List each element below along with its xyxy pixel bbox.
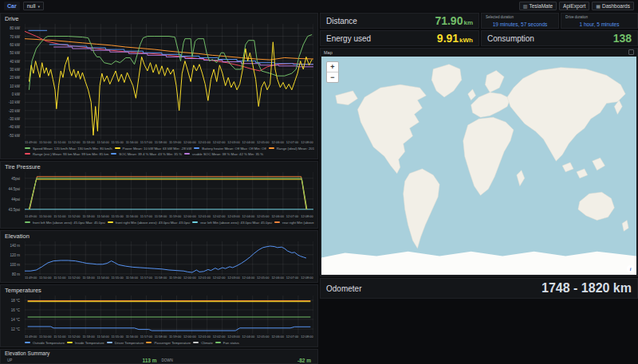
- y-axis-label: 10 kW: [10, 84, 20, 88]
- map-canvas[interactable]: + − i: [321, 57, 636, 275]
- dashboards-icon: ▦: [596, 3, 601, 9]
- drive-panel-title[interactable]: Drive: [1, 14, 317, 23]
- odometer-title[interactable]: Odometer: [326, 284, 361, 293]
- x-axis-label: 11:59:00: [169, 214, 181, 219]
- legend-marker: [192, 221, 198, 223]
- x-axis-label: 11:54:00: [96, 214, 108, 219]
- tire-legend: front left Min (above zero): 45.0psi Max…: [25, 220, 314, 225]
- legend-label[interactable]: Range (est.) Mean: 93 km Max: 99 km Min:…: [33, 152, 108, 156]
- x-axis-label: 12:05:00: [257, 214, 270, 219]
- legend-label[interactable]: SOC Mean: 39.4 % Max: 43 % Min: 35 %: [119, 152, 182, 156]
- legend-label[interactable]: Outside Temperature: [33, 341, 65, 345]
- legend-label[interactable]: front left Min (above zero): 45.0psi Max…: [33, 221, 105, 225]
- x-axis-label: 12:05:00: [257, 335, 270, 339]
- tire-plot[interactable]: [25, 172, 313, 213]
- drive-chart: 80 kW70 kW60 kW50 kW40 kW30 kW20 kW10 kW…: [25, 24, 313, 139]
- world-map: [321, 57, 636, 275]
- elevation-panel-title[interactable]: Elevation: [1, 231, 317, 241]
- car-variable-value: null: [27, 3, 36, 9]
- legend-marker: [146, 342, 152, 343]
- x-axis-label: 12:02:00: [213, 140, 226, 145]
- map-panel: Map: [320, 48, 638, 276]
- drive-legend-row-1: Speed Mean: 120 km/h Max: 130 km/h Min: …: [25, 146, 314, 151]
- x-axis-label: 11:59:00: [169, 276, 181, 280]
- x-axis-label: 11:50:00: [39, 335, 51, 339]
- temperatures-panel-title[interactable]: Temperatures: [1, 285, 317, 295]
- panel-menu-icon[interactable]: [628, 49, 634, 55]
- legend-label[interactable]: Driver Temperature: [115, 341, 144, 345]
- apiexport-link-button[interactable]: ApiExport: [559, 2, 589, 10]
- x-axis-label: 12:06:00: [271, 276, 284, 280]
- temperatures-legend: Outside TemperatureInside TemperatureDri…: [25, 340, 314, 345]
- x-axis-label: 11:54:00: [96, 140, 108, 145]
- legend-label[interactable]: Climate: [201, 341, 213, 345]
- x-axis-label: 11:51:00: [53, 140, 65, 145]
- legend-marker: [193, 342, 199, 343]
- distance-panel: Distance 71.90km: [320, 13, 479, 29]
- y-axis-label: 45psi: [11, 176, 20, 180]
- distance-unit: km: [463, 19, 473, 26]
- x-axis-label: 11:50:00: [39, 214, 51, 219]
- x-axis-label: 12:04:00: [242, 140, 255, 145]
- y-axis-label: 0 kW: [12, 92, 20, 96]
- legend-label[interactable]: front right Min (above zero): 43.0psi Ma…: [116, 221, 190, 225]
- map-panel-title[interactable]: Map: [324, 50, 333, 55]
- tire-x-axis: 11:49:0011:50:0011:51:0011:52:0011:53:00…: [25, 214, 313, 219]
- consumption-title[interactable]: Consumption: [487, 34, 534, 43]
- y-axis-label: 50 kW: [10, 51, 20, 55]
- legend-label[interactable]: Fan status: [223, 341, 239, 345]
- dashboards-link-button[interactable]: ▦ Dashboards: [592, 2, 634, 10]
- drive-plot[interactable]: [25, 24, 313, 139]
- legend-label[interactable]: Power Mean: 10 kW Max: 63 kW Min: -28 kW: [123, 147, 192, 151]
- y-axis-label: -50 kW: [9, 133, 20, 137]
- energy-used-title[interactable]: Energy used: [326, 34, 371, 43]
- x-axis-label: 11:54:00: [96, 276, 108, 280]
- legend-label[interactable]: Range (ideal) Mean: 201 km Max: 233 km M…: [277, 147, 314, 151]
- x-axis-label: 11:57:00: [140, 214, 152, 219]
- teslamate-link-button[interactable]: ▥ TeslaMate: [519, 2, 557, 10]
- x-axis-label: 11:51:00: [53, 335, 65, 339]
- y-axis-label: 120 m: [10, 252, 20, 256]
- tire-pressure-panel-title[interactable]: Tire Pressure: [1, 162, 317, 171]
- legend-marker: [115, 147, 120, 149]
- selected-duration-value: 19 minutes, 57 seconds: [486, 22, 554, 27]
- x-axis-label: 11:57:00: [140, 335, 152, 339]
- elevation-up-label: UP: [7, 358, 12, 362]
- legend-label[interactable]: Speed Mean: 120 km/h Max: 130 km/h Min: …: [33, 147, 112, 151]
- drive-y-axis: 80 kW70 kW60 kW50 kW40 kW30 kW20 kW10 kW…: [1, 24, 22, 139]
- map-zoom-control: + −: [326, 61, 339, 83]
- drive-duration-label: Drive duration: [565, 15, 633, 19]
- zoom-in-button[interactable]: +: [327, 62, 338, 72]
- temperatures-plot[interactable]: [25, 296, 313, 334]
- x-axis-label: 12:00:00: [183, 214, 196, 219]
- legend-label[interactable]: usable SOC Mean: 38 % Max: 42 % Min: 35 …: [192, 152, 263, 156]
- map-attribution-icon[interactable]: i: [627, 265, 634, 272]
- dashboard-header: Car null ▾ ▥ TeslaMate ApiExport ▦ Dashb…: [0, 0, 638, 12]
- x-axis-label: 12:07:00: [286, 276, 299, 280]
- elevation-plot[interactable]: [25, 241, 313, 275]
- x-axis-label: 12:08:00: [301, 214, 313, 219]
- x-axis-label: 12:08:00: [301, 276, 313, 280]
- legend-label[interactable]: Battery heater Mean: Off Max: Off Min: O…: [202, 147, 266, 151]
- elevation-summary-title[interactable]: Elevation Summary: [1, 350, 317, 357]
- x-axis-label: 11:52:00: [68, 214, 80, 219]
- zoom-out-button[interactable]: −: [327, 72, 338, 82]
- legend-label[interactable]: rear right Min (above zero): 45.0psi Max…: [282, 221, 314, 225]
- x-axis-label: 12:05:00: [257, 276, 270, 280]
- apiexport-link-label: ApiExport: [563, 3, 585, 9]
- legend-marker: [111, 153, 116, 155]
- x-axis-label: 11:55:00: [112, 276, 124, 280]
- legend-marker: [194, 147, 199, 149]
- y-axis-label: 70 kW: [10, 34, 20, 38]
- legend-label[interactable]: Passenger Temperature: [154, 341, 191, 345]
- x-axis-label: 11:55:00: [112, 140, 124, 145]
- legend-label[interactable]: rear left Min (above zero): 43.0psi Max:…: [200, 221, 272, 225]
- x-axis-label: 12:03:00: [227, 214, 240, 219]
- x-axis-label: 12:06:00: [271, 140, 284, 145]
- drive-x-axis: 11:49:0011:50:0011:51:0011:52:0011:53:00…: [25, 140, 313, 145]
- series-line-rear-right: [30, 177, 306, 209]
- car-variable-dropdown[interactable]: null ▾: [23, 2, 44, 10]
- legend-label[interactable]: Inside Temperature: [75, 341, 104, 345]
- distance-title[interactable]: Distance: [326, 17, 357, 25]
- elevation-chart: 140 m120 m100 m80 m: [25, 241, 313, 275]
